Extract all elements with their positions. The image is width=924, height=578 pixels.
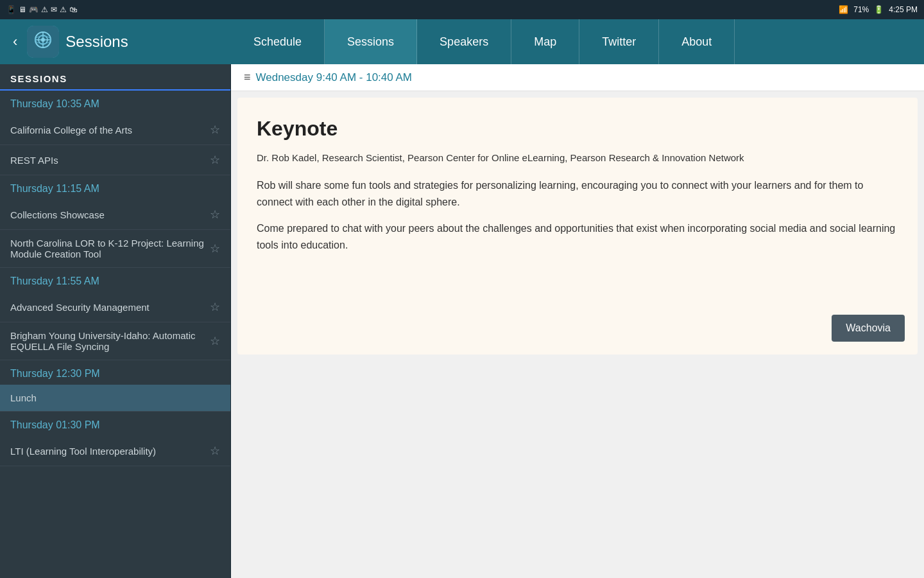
sidebar: SESSIONS Thursday 10:35 AM California Co… (0, 64, 231, 578)
star-icon: ☆ (210, 153, 220, 167)
list-item[interactable]: Brigham Young University-Idaho: Automati… (0, 322, 230, 360)
list-item[interactable]: Lunch (0, 385, 230, 412)
session-text: Collections Showcase (10, 209, 205, 220)
star-icon: ☆ (210, 207, 220, 222)
session-text: Advanced Security Management (10, 302, 205, 313)
sponsor-button[interactable]: Wachovia (832, 315, 905, 342)
top-nav: ‹ Sessions Schedule Sessions Speakers Ma… (0, 19, 924, 64)
tab-twitter[interactable]: Twitter (579, 19, 659, 64)
app-title: Sessions (65, 33, 128, 51)
bag-icon: 🛍 (69, 5, 77, 14)
clock-time: 4:25 PM (889, 5, 918, 14)
tab-schedule[interactable]: Schedule (231, 19, 325, 64)
monitor-icon: 🖥 (19, 5, 26, 14)
session-text: Brigham Young University-Idaho: Automati… (10, 330, 205, 352)
star-icon: ☆ (210, 444, 220, 458)
session-text: North Carolina LOR to K-12 Project: Lear… (10, 238, 205, 259)
session-text: REST APIs (10, 155, 205, 166)
keynote-title: Keynote (257, 117, 898, 141)
star-icon: ☆ (210, 241, 220, 256)
wifi-icon: 📶 (839, 5, 848, 14)
list-item[interactable]: Advanced Security Management ☆ (0, 292, 230, 322)
status-icons-left: 📱 🖥 🎮 ⚠ ✉ ⚠ 🛍 (6, 5, 77, 14)
list-item[interactable]: North Carolina LOR to K-12 Project: Lear… (0, 230, 230, 268)
mail-icon: ✉ (51, 5, 57, 14)
logo-svg (27, 26, 59, 58)
battery-icon: 🔋 (874, 5, 884, 14)
keynote-author: Dr. Rob Kadel, Research Scientist, Pears… (257, 152, 898, 163)
list-item[interactable]: LTI (Learning Tool Interoperability) ☆ (0, 436, 230, 466)
keynote-card: Keynote Dr. Rob Kadel, Research Scientis… (237, 98, 918, 355)
alert-icon: ⚠ (60, 5, 67, 14)
back-button[interactable]: ‹ (10, 30, 21, 53)
time-header-1115: Thursday 11:15 AM (0, 175, 230, 200)
nav-tabs: Schedule Sessions Speakers Map Twitter A… (231, 19, 735, 64)
content-time-range: Wednesday 9:40 AM - 10:40 AM (256, 71, 413, 84)
menu-icon: ≡ (244, 71, 251, 84)
phone-icon: 📱 (6, 5, 16, 14)
tab-speakers[interactable]: Speakers (417, 19, 511, 64)
status-bar: 📱 🖥 🎮 ⚠ ✉ ⚠ 🛍 📶 71% 🔋 4:25 PM (0, 0, 924, 19)
nav-left: ‹ Sessions (0, 26, 231, 58)
time-header-0130: Thursday 01:30 PM (0, 412, 230, 436)
session-text: LTI (Learning Tool Interoperability) (10, 446, 205, 457)
main-layout: SESSIONS Thursday 10:35 AM California Co… (0, 64, 924, 578)
star-icon: ☆ (210, 123, 220, 137)
list-item[interactable]: REST APIs ☆ (0, 145, 230, 175)
session-text: Lunch (10, 392, 220, 403)
app-logo (27, 26, 59, 58)
time-header-1230: Thursday 12:30 PM (0, 360, 230, 385)
time-header-1035: Thursday 10:35 AM (0, 91, 230, 115)
sidebar-header: SESSIONS (0, 64, 230, 91)
list-item[interactable]: Collections Showcase ☆ (0, 200, 230, 230)
keynote-paragraph-1: Rob will share some fun tools and strate… (257, 177, 898, 210)
star-icon: ☆ (210, 334, 220, 348)
status-right: 📶 71% 🔋 4:25 PM (839, 5, 918, 14)
content-time-bar: ≡ Wednesday 9:40 AM - 10:40 AM (231, 64, 924, 91)
keynote-paragraph-2: Come prepared to chat with your peers ab… (257, 220, 898, 253)
content-area: ≡ Wednesday 9:40 AM - 10:40 AM Keynote D… (231, 64, 924, 578)
tab-map[interactable]: Map (511, 19, 579, 64)
warning-icon: ⚠ (41, 5, 48, 14)
tab-sessions[interactable]: Sessions (325, 19, 417, 64)
tab-about[interactable]: About (659, 19, 735, 64)
star-icon: ☆ (210, 300, 220, 314)
gamepad-icon: 🎮 (29, 5, 38, 14)
time-header-1155: Thursday 11:55 AM (0, 268, 230, 292)
battery-percentage: 71% (853, 5, 869, 14)
list-item[interactable]: California College of the Arts ☆ (0, 115, 230, 145)
session-text: California College of the Arts (10, 125, 205, 136)
